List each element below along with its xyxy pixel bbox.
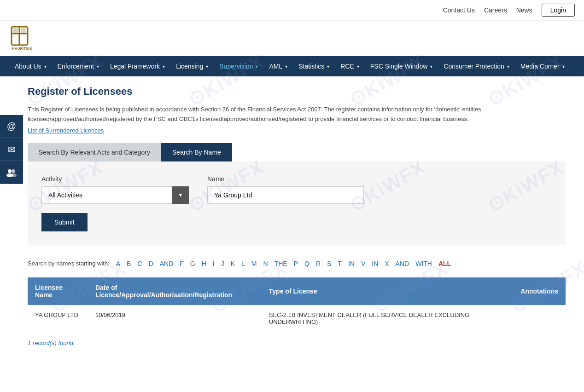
careers-link[interactable]: Careers [484,6,507,14]
alpha-A[interactable]: A [114,259,122,268]
top-bar: Contact Us Careers News Login [0,0,584,21]
table-header: Licensee Name Date of Licence/Approval/A… [28,277,566,305]
alpha-K[interactable]: K [229,259,237,268]
nav-about-us[interactable]: About Us ▾ [9,56,52,76]
nav-statistics[interactable]: Statistics ▾ [293,56,335,76]
chevron-down-icon: ▾ [44,64,47,69]
cell-annotations [513,305,566,332]
side-icons: @ ✉ [0,115,23,184]
name-group: Name [207,175,364,204]
form-row: Activity All Activities Banking Insuranc… [41,175,552,204]
chevron-down-icon: ▾ [256,64,258,69]
main-nav: About Us ▾ Enforcement ▾ Legal Framework… [0,56,584,76]
alpha-L[interactable]: L [239,259,247,268]
alpha-F[interactable]: F [178,259,186,268]
nav-fsc-single-window[interactable]: FSC Single Window ▾ [365,56,438,76]
surrendered-licences-link[interactable]: List of Surrendered Licences [28,127,566,134]
svg-rect-3 [13,28,18,33]
chevron-down-icon: ▾ [163,64,165,69]
name-input[interactable] [207,186,364,204]
alpha-I[interactable]: I [211,259,216,268]
chevron-down-icon: ▾ [430,64,432,69]
alpha-J[interactable]: J [219,259,226,268]
header: MAURITIUS [0,21,584,56]
table-row: YA GROUP LTD 10/06/2019 SEC-2.1B INVESTM… [28,305,566,332]
col-licensee-name: Licensee Name [28,277,88,305]
alpha-AND1[interactable]: AND [158,259,175,268]
alpha-R[interactable]: R [314,259,322,268]
nav-media-corner[interactable]: Media Corner ▾ [515,56,570,76]
chevron-down-icon: ▾ [327,64,329,69]
alpha-THE[interactable]: THE [273,259,289,268]
alpha-P[interactable]: P [292,259,300,268]
alpha-WITH[interactable]: WITH [414,259,434,268]
alpha-IN2[interactable]: IN [370,259,380,268]
contact-us-link[interactable]: Contact Us [443,6,475,14]
main-content: Register of Licensees This Register of L… [0,76,584,356]
alpha-N[interactable]: N [262,259,270,268]
alpha-V[interactable]: V [359,259,367,268]
alpha-T[interactable]: T [336,259,344,268]
name-label: Name [207,175,364,183]
login-button[interactable]: Login [542,4,575,17]
chevron-down-icon: ▾ [357,64,359,69]
tab-search-by-name[interactable]: Search By Name [161,143,232,161]
search-form: Activity All Activities Banking Insuranc… [28,161,566,245]
chevron-down-icon: ▾ [97,64,99,69]
cell-licensee-name: YA GROUP LTD [28,305,88,332]
svg-rect-4 [21,28,26,33]
nav-aml[interactable]: AML ▾ [263,56,293,76]
svg-point-6 [8,169,12,173]
alpha-X[interactable]: X [383,259,391,268]
nav-licensing[interactable]: Licensing ▾ [170,56,214,76]
alpha-AND2[interactable]: AND [394,259,411,268]
alphabet-filter-label: Search by names starting with: [28,260,110,267]
alpha-G[interactable]: G [188,259,197,268]
alpha-ALL[interactable]: ALL [437,259,453,268]
alpha-D[interactable]: D [147,259,155,268]
alpha-H[interactable]: H [200,259,208,268]
intro-text: This Register of Licensees is being publ… [28,105,566,124]
chevron-down-icon: ▾ [507,64,509,69]
logo[interactable]: MAURITIUS [9,24,46,52]
cell-date: 10/06/2019 [88,305,262,332]
chevron-down-icon: ▾ [562,64,565,69]
results-table: Licensee Name Date of Licence/Approval/A… [28,277,566,332]
activity-select-wrapper: All Activities Banking Insurance Investm… [41,186,189,204]
alpha-C[interactable]: C [135,259,144,268]
col-type-of-license: Type of License [262,277,514,305]
submit-button[interactable]: Submit [41,213,88,231]
nav-rce[interactable]: RCE ▾ [335,56,365,76]
svg-text:MAURITIUS: MAURITIUS [12,46,32,51]
records-found: 1 record(s) found. [28,340,566,346]
news-link[interactable]: News [516,6,532,14]
activity-select[interactable]: All Activities Banking Insurance Investm… [41,186,189,204]
community-side-icon[interactable] [0,161,23,184]
svg-point-7 [12,169,15,173]
nav-enforcement[interactable]: Enforcement ▾ [52,56,105,76]
email-side-icon[interactable]: @ [0,115,23,138]
newsletter-side-icon[interactable]: ✉ [0,138,23,161]
cell-type-of-license: SEC-2.1B INVESTMENT DEALER (FULL SERVICE… [262,305,514,332]
search-tabs: Search By Relevant Acts and Category Sea… [28,143,566,161]
chevron-down-icon: ▾ [285,64,287,69]
tab-search-by-acts[interactable]: Search By Relevant Acts and Category [28,143,161,161]
chevron-down-icon: ▾ [206,64,208,69]
alpha-IN1[interactable]: IN [346,259,356,268]
alpha-B[interactable]: B [125,259,133,268]
activity-group: Activity All Activities Banking Insuranc… [41,175,189,204]
nav-consumer-protection[interactable]: Consumer Protection ▾ [438,56,515,76]
nav-legal-framework[interactable]: Legal Framework ▾ [105,56,170,76]
alpha-M[interactable]: M [250,259,259,268]
page-title: Register of Licensees [28,86,566,98]
activity-label: Activity [41,175,189,183]
svg-point-9 [10,173,17,177]
alpha-S[interactable]: S [325,259,333,268]
nav-supervision[interactable]: Supervision ▾ [214,56,263,76]
col-annotations: Annotations [513,277,566,305]
alpha-Q[interactable]: Q [303,259,311,268]
alphabet-filter: Search by names starting with: A B C D A… [28,259,566,268]
table-body: YA GROUP LTD 10/06/2019 SEC-2.1B INVESTM… [28,305,566,332]
col-date: Date of Licence/Approval/Authorisation/R… [88,277,262,305]
